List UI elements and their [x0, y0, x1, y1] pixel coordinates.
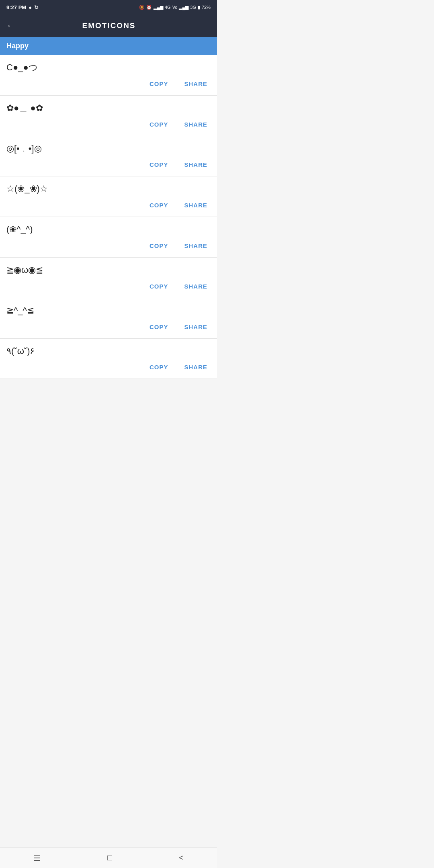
list-item: C●_●つ COPY SHARE — [0, 55, 217, 96]
list-item: ◎[•﹒•]◎ COPY SHARE — [0, 136, 217, 177]
volte-icon: Vo — [172, 5, 178, 10]
emoticon-text: ≧^_^≦ — [6, 305, 211, 322]
emoticon-actions: COPY SHARE — [6, 241, 211, 254]
copy-button[interactable]: COPY — [146, 200, 172, 210]
network-4g: 4G — [165, 5, 171, 10]
battery-icon: ▮ — [198, 5, 200, 10]
toolbar: ← EMOTICONS — [0, 14, 217, 37]
page-title: EMOTICONS — [22, 21, 211, 30]
emoticon-text: ≧◉ω◉≦ — [6, 264, 211, 281]
mute-icon: 🔕 — [139, 5, 145, 10]
share-button[interactable]: SHARE — [181, 79, 211, 89]
alarm-icon: ⏰ — [146, 5, 152, 10]
emoticon-actions: COPY SHARE — [6, 200, 211, 213]
emoticon-text: ✿●＿ ●✿ — [6, 102, 211, 119]
list-item: ٩(˘ω˘)۶ COPY SHARE — [0, 339, 217, 379]
sync-icon: ↻ — [34, 4, 39, 10]
share-button[interactable]: SHARE — [181, 160, 211, 170]
copy-button[interactable]: COPY — [146, 160, 172, 170]
status-time: 9:27 PM — [6, 4, 26, 10]
share-button[interactable]: SHARE — [181, 119, 211, 129]
content-wrapper: Happy C●_●つ COPY SHARE ✿●＿ ●✿ COPY SHARE… — [0, 37, 217, 403]
list-item: ≧^_^≦ COPY SHARE — [0, 298, 217, 339]
emoticon-text: ٩(˘ω˘)۶ — [6, 345, 211, 362]
emoticon-text: ☆(❀_❀)☆ — [6, 183, 211, 200]
share-button[interactable]: SHARE — [181, 281, 211, 291]
signal2-icon: ▂▄▆ — [179, 5, 188, 10]
section-header: Happy — [0, 37, 217, 55]
copy-button[interactable]: COPY — [146, 281, 172, 291]
emoticon-list: C●_●つ COPY SHARE ✿●＿ ●✿ COPY SHARE ◎[•﹒•… — [0, 55, 217, 379]
emoticon-actions: COPY SHARE — [6, 362, 211, 375]
emoticon-text: (❀^_^) — [6, 223, 211, 241]
copy-button[interactable]: COPY — [146, 241, 172, 251]
emoticon-actions: COPY SHARE — [6, 79, 211, 92]
status-time-section: 9:27 PM ● ↻ — [6, 4, 39, 10]
signal-icon: ▂▄▆ — [154, 5, 163, 10]
copy-button[interactable]: COPY — [146, 322, 172, 332]
battery-percent: 72% — [202, 5, 211, 10]
network-3g: 3G — [190, 5, 196, 10]
back-button[interactable]: ← — [6, 20, 15, 31]
status-icons: 🔕 ⏰ ▂▄▆ 4G Vo ▂▄▆ 3G ▮ 72% — [139, 5, 211, 10]
list-item: (❀^_^) COPY SHARE — [0, 217, 217, 258]
emoticon-text: ◎[•﹒•]◎ — [6, 143, 211, 160]
share-button[interactable]: SHARE — [181, 362, 211, 372]
emoticon-actions: COPY SHARE — [6, 160, 211, 173]
emoticon-text: C●_●つ — [6, 61, 211, 79]
whatsapp-icon: ● — [29, 4, 32, 10]
share-button[interactable]: SHARE — [181, 322, 211, 332]
status-bar: 9:27 PM ● ↻ 🔕 ⏰ ▂▄▆ 4G Vo ▂▄▆ 3G ▮ 72% — [0, 0, 217, 14]
emoticon-actions: COPY SHARE — [6, 281, 211, 295]
copy-button[interactable]: COPY — [146, 362, 172, 372]
copy-button[interactable]: COPY — [146, 119, 172, 129]
section-header-text: Happy — [6, 42, 29, 50]
emoticon-actions: COPY SHARE — [6, 322, 211, 335]
share-button[interactable]: SHARE — [181, 241, 211, 251]
list-item: ☆(❀_❀)☆ COPY SHARE — [0, 176, 217, 217]
emoticon-actions: COPY SHARE — [6, 119, 211, 133]
list-item: ✿●＿ ●✿ COPY SHARE — [0, 96, 217, 136]
list-item: ≧◉ω◉≦ COPY SHARE — [0, 258, 217, 298]
share-button[interactable]: SHARE — [181, 200, 211, 210]
copy-button[interactable]: COPY — [146, 79, 172, 89]
